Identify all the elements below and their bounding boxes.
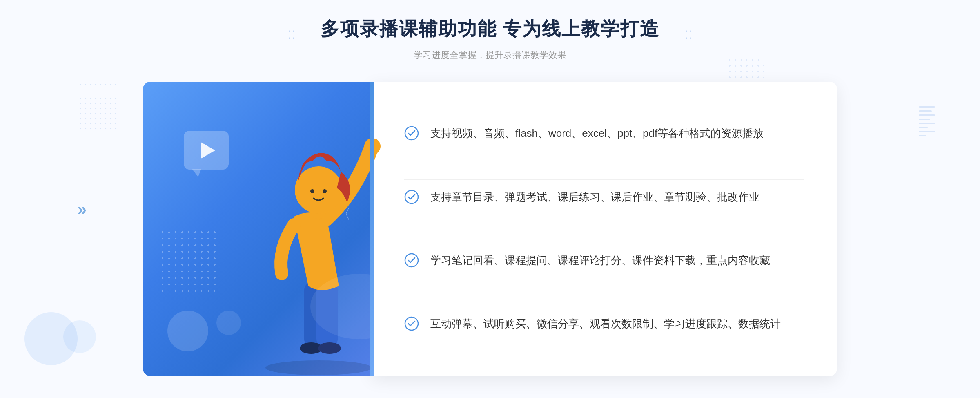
check-circle-icon-1 bbox=[404, 126, 419, 141]
feature-item-1: 支持视频、音频、flash、word、excel、ppt、pdf等各种格式的资源… bbox=[404, 116, 804, 151]
svg-point-7 bbox=[295, 166, 342, 214]
check-circle-icon-3 bbox=[404, 253, 419, 268]
feature-item-4: 互动弹幕、试听购买、微信分享、观看次数限制、学习进度跟踪、数据统计 bbox=[404, 306, 804, 342]
svg-point-11 bbox=[405, 127, 418, 140]
feature-text-1: 支持视频、音频、flash、word、excel、ppt、pdf等各种格式的资源… bbox=[430, 125, 764, 142]
play-bubble bbox=[184, 131, 229, 170]
illustration-dots bbox=[159, 229, 216, 294]
svg-point-14 bbox=[405, 317, 418, 330]
dots-decoration-left bbox=[74, 82, 122, 131]
check-circle-icon-4 bbox=[404, 316, 419, 331]
chevron-left-icon: » bbox=[78, 200, 87, 219]
header-section: 多项录播课辅助功能 专为线上教学打造 学习进度全掌握，提升录播课教学效果 bbox=[321, 16, 660, 61]
circle-decoration-1 bbox=[167, 311, 208, 351]
svg-point-9 bbox=[323, 189, 327, 193]
person-figure bbox=[245, 123, 384, 376]
stripe-decoration bbox=[919, 106, 935, 172]
left-illustration: 〈〈 bbox=[143, 82, 372, 376]
play-icon bbox=[201, 142, 215, 159]
feature-item-3: 学习笔记回看、课程提问、课程评论打分、课件资料下载，重点内容收藏 bbox=[404, 243, 804, 278]
left-accent-bar bbox=[370, 82, 374, 376]
svg-point-0 bbox=[265, 360, 372, 375]
svg-point-4 bbox=[318, 342, 341, 354]
content-area: 〈〈 bbox=[143, 82, 837, 376]
svg-point-12 bbox=[405, 190, 418, 203]
right-panel: 支持视频、音频、flash、word、excel、ppt、pdf等各种格式的资源… bbox=[372, 82, 837, 376]
sub-title: 学习进度全掌握，提升录播课教学效果 bbox=[321, 49, 660, 61]
feature-item-2: 支持章节目录、弹题考试、课后练习、课后作业、章节测验、批改作业 bbox=[404, 179, 804, 215]
circle-decoration-medium bbox=[63, 320, 96, 353]
svg-point-13 bbox=[405, 254, 418, 267]
feature-text-2: 支持章节目录、弹题考试、课后练习、课后作业、章节测验、批改作业 bbox=[430, 189, 760, 206]
svg-point-8 bbox=[310, 189, 314, 193]
feature-text-3: 学习笔记回看、课程提问、课程评论打分、课件资料下载，重点内容收藏 bbox=[430, 252, 770, 269]
feature-text-4: 互动弹幕、试听购买、微信分享、观看次数限制、学习进度跟踪、数据统计 bbox=[430, 315, 781, 333]
check-circle-icon-2 bbox=[404, 190, 419, 204]
page-wrapper: » 多项录播课辅助功能 专为线上教学打造 学习进度全掌握，提升录播课教学效果 〈… bbox=[0, 0, 980, 398]
circle-decoration-2 bbox=[216, 311, 241, 335]
main-title: 多项录播课辅助功能 专为线上教学打造 bbox=[321, 16, 660, 42]
